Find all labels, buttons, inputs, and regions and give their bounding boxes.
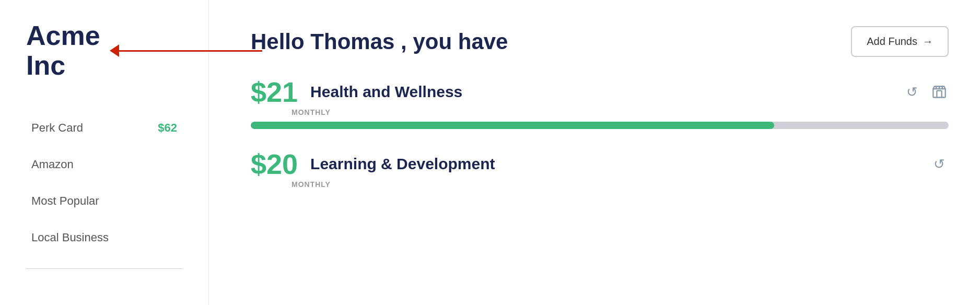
annotation-arrow — [116, 50, 262, 52]
store-icon[interactable] — [930, 83, 949, 101]
greeting-row: Hello Thomas , you have Add Funds → — [251, 26, 949, 57]
sidebar-nav: Perk Card $62 Amazon Most Popular Local … — [26, 112, 182, 269]
refresh-learning-icon[interactable]: ↺ — [930, 155, 949, 173]
main-content: Hello Thomas , you have Add Funds → $21 … — [209, 0, 980, 305]
benefit-health-progress-bar — [251, 122, 949, 129]
benefit-health-header: $21 Health and Wellness ↺ — [251, 78, 949, 106]
benefit-health-actions: ↺ — [903, 83, 949, 101]
sidebar-header: Acme Inc — [26, 21, 182, 80]
benefit-learning-amount: $20 — [251, 150, 298, 178]
arrow-line — [116, 50, 262, 52]
benefit-learning-left: $20 Learning & Development — [251, 150, 495, 178]
sidebar-item-most-popular[interactable]: Most Popular — [26, 185, 182, 217]
sidebar-item-amazon[interactable]: Amazon — [26, 148, 182, 181]
benefit-health-progress-fill — [251, 122, 774, 129]
benefit-learning-actions: ↺ — [930, 155, 949, 173]
benefit-learning-header: $20 Learning & Development ↺ — [251, 150, 949, 178]
add-funds-label: Add Funds — [867, 36, 917, 48]
benefit-learning-name: Learning & Development — [310, 155, 495, 173]
benefit-card-health: $21 Health and Wellness ↺ — [251, 78, 949, 134]
benefit-health-amount: $21 — [251, 78, 298, 106]
sidebar-item-local-business[interactable]: Local Business — [26, 221, 182, 254]
arrow-right-icon: → — [923, 36, 933, 48]
benefit-health-period: MONTHLY — [291, 108, 949, 116]
page-container: Acme Inc Perk Card $62 Amazon Most Popul… — [0, 0, 980, 305]
company-name: Acme Inc — [26, 21, 100, 80]
sidebar-item-perk-card[interactable]: Perk Card $62 — [26, 112, 182, 144]
nav-divider — [26, 268, 182, 269]
benefit-learning-period: MONTHLY — [291, 180, 949, 189]
nav-item-label-perk-card: Perk Card — [31, 121, 83, 135]
benefit-health-name: Health and Wellness — [310, 83, 462, 101]
nav-item-label-local-business: Local Business — [31, 231, 109, 244]
add-funds-button[interactable]: Add Funds → — [851, 26, 949, 57]
greeting-text: Hello Thomas , you have — [251, 29, 508, 54]
benefit-card-learning: $20 Learning & Development ↺ MONTHLY — [251, 150, 949, 199]
nav-item-label-amazon: Amazon — [31, 158, 74, 171]
nav-item-value-perk-card: $62 — [158, 121, 177, 135]
refresh-icon[interactable]: ↺ — [903, 83, 921, 101]
benefit-health-left: $21 Health and Wellness — [251, 78, 462, 106]
nav-item-label-most-popular: Most Popular — [31, 194, 99, 208]
sidebar: Acme Inc Perk Card $62 Amazon Most Popul… — [0, 0, 209, 305]
